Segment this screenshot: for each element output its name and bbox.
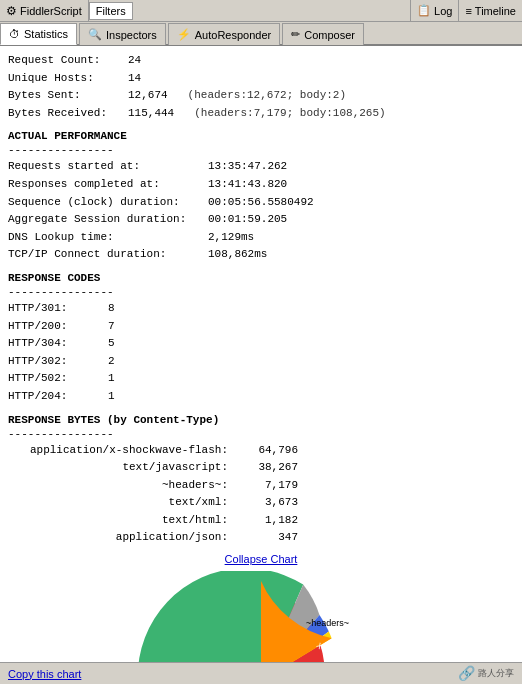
- bytes-received-row: Bytes Received: 115,444 (headers:7,179; …: [8, 105, 514, 123]
- fiddlerscript-icon: ⚙: [6, 4, 17, 18]
- request-count-row: Request Count: 24: [8, 52, 514, 70]
- filters-label: Filters: [96, 5, 126, 17]
- chart-label-headers: ~headers~: [306, 618, 349, 628]
- unique-hosts-label: Unique Hosts:: [8, 70, 128, 88]
- collapse-chart-link[interactable]: Collapse Chart: [8, 553, 514, 565]
- http-value-5: 1: [108, 388, 115, 406]
- http-row-4: HTTP/502: 1: [8, 370, 514, 388]
- perf-value-2: 00:05:56.5580492: [208, 194, 314, 212]
- tab-inspectors[interactable]: 🔍 Inspectors: [79, 23, 166, 45]
- bytes-label-5: application/json:: [8, 529, 228, 547]
- http-label-4: HTTP/502:: [8, 370, 108, 388]
- perf-row-5: TCP/IP Connect duration: 108,862ms: [8, 246, 514, 264]
- http-label-2: HTTP/304:: [8, 335, 108, 353]
- response-codes-section: RESPONSE CODES ---------------- HTTP/301…: [8, 272, 514, 406]
- http-value-1: 7: [108, 318, 115, 336]
- request-count-label: Request Count:: [8, 52, 128, 70]
- bytes-value-4: 1,182: [228, 512, 298, 530]
- http-label-3: HTTP/302:: [8, 353, 108, 371]
- bytes-received-value: 115,444: [128, 105, 174, 123]
- autoresponder-label: AutoResponder: [195, 29, 271, 41]
- perf-value-1: 13:41:43.820: [208, 176, 287, 194]
- bytes-label-4: text/html:: [8, 512, 228, 530]
- watermark-text: 路人分享: [478, 667, 514, 680]
- bytes-value-1: 38,267: [228, 459, 298, 477]
- tab-composer[interactable]: ✏ Composer: [282, 23, 364, 45]
- bytes-label-0: application/x-shockwave-flash:: [8, 442, 228, 460]
- bytes-sent-label: Bytes Sent:: [8, 87, 128, 105]
- perf-row-2: Sequence (clock) duration: 00:05:56.5580…: [8, 194, 514, 212]
- log-tab[interactable]: 📋 Log: [410, 0, 459, 21]
- http-row-3: HTTP/302: 2: [8, 353, 514, 371]
- statistics-icon: ⏱: [9, 28, 20, 40]
- timeline-icon: ≡: [465, 5, 471, 17]
- bytes-label-1: text/javascript:: [8, 459, 228, 477]
- composer-label: Composer: [304, 29, 355, 41]
- bytes-sent-extra: (headers:12,672; body:2): [188, 87, 346, 105]
- autoresponder-icon: ⚡: [177, 28, 191, 41]
- http-row-1: HTTP/200: 7: [8, 318, 514, 336]
- perf-value-4: 2,129ms: [208, 229, 254, 247]
- inspectors-icon: 🔍: [88, 28, 102, 41]
- http-label-1: HTTP/200:: [8, 318, 108, 336]
- perf-value-0: 13:35:47.262: [208, 158, 287, 176]
- tab-autoresponder[interactable]: ⚡ AutoResponder: [168, 23, 280, 45]
- bytes-row-5: application/json: 347: [8, 529, 514, 547]
- bottom-bar: Copy this chart 🔗 路人分享: [0, 662, 522, 684]
- watermark-icon: 🔗: [458, 665, 475, 682]
- http-value-2: 5: [108, 335, 115, 353]
- http-label-5: HTTP/204:: [8, 388, 108, 406]
- perf-value-5: 108,862ms: [208, 246, 267, 264]
- filters-tab[interactable]: Filters: [89, 2, 133, 20]
- fiddlerscript-label: FiddlerScript: [20, 5, 82, 17]
- bytes-row-2: ~headers~: 7,179: [8, 477, 514, 495]
- response-codes-divider: ----------------: [8, 286, 514, 298]
- http-label-0: HTTP/301:: [8, 300, 108, 318]
- request-count-value: 24: [128, 52, 141, 70]
- actual-performance-header: ACTUAL PERFORMANCE: [8, 130, 514, 142]
- perf-label-2: Sequence (clock) duration:: [8, 194, 208, 212]
- actual-performance-section: ACTUAL PERFORMANCE ---------------- Requ…: [8, 130, 514, 264]
- bytes-value-0: 64,796: [228, 442, 298, 460]
- http-value-4: 1: [108, 370, 115, 388]
- bytes-label-3: text/xml:: [8, 494, 228, 512]
- bytes-row-3: text/xml: 3,673: [8, 494, 514, 512]
- response-bytes-section: RESPONSE BYTES (by Content-Type) -------…: [8, 414, 514, 548]
- bytes-value-5: 347: [228, 529, 298, 547]
- statistics-label: Statistics: [24, 28, 68, 40]
- collapse-chart-container: Collapse Chart: [8, 553, 514, 565]
- perf-row-1: Responses completed at: 13:41:43.820: [8, 176, 514, 194]
- inspectors-label: Inspectors: [106, 29, 157, 41]
- unique-hosts-row: Unique Hosts: 14: [8, 70, 514, 88]
- perf-row-4: DNS Lookup time: 2,129ms: [8, 229, 514, 247]
- log-icon: 📋: [417, 4, 431, 17]
- tab-bar: ⏱ Statistics 🔍 Inspectors ⚡ AutoResponde…: [0, 22, 522, 46]
- timeline-tab[interactable]: ≡ Timeline: [459, 0, 522, 21]
- bytes-row-0: application/x-shockwave-flash: 64,796: [8, 442, 514, 460]
- composer-icon: ✏: [291, 28, 300, 41]
- copy-chart-link[interactable]: Copy this chart: [8, 668, 81, 680]
- fiddlerscript-menu[interactable]: ⚙ FiddlerScript: [0, 0, 89, 21]
- http-value-3: 2: [108, 353, 115, 371]
- http-row-5: HTTP/204: 1: [8, 388, 514, 406]
- perf-label-0: Requests started at:: [8, 158, 208, 176]
- perf-label-4: DNS Lookup time:: [8, 229, 208, 247]
- bytes-value-2: 7,179: [228, 477, 298, 495]
- perf-label-1: Responses completed at:: [8, 176, 208, 194]
- bytes-row-4: text/html: 1,182: [8, 512, 514, 530]
- response-bytes-header: RESPONSE BYTES (by Content-Type): [8, 414, 514, 426]
- http-row-2: HTTP/304: 5: [8, 335, 514, 353]
- response-codes-header: RESPONSE CODES: [8, 272, 514, 284]
- http-value-0: 8: [108, 300, 115, 318]
- perf-label-5: TCP/IP Connect duration:: [8, 246, 208, 264]
- timeline-label: Timeline: [475, 5, 516, 17]
- response-bytes-divider: ----------------: [8, 428, 514, 440]
- http-row-0: HTTP/301: 8: [8, 300, 514, 318]
- bytes-sent-value: 12,674: [128, 87, 168, 105]
- watermark-area: 🔗 路人分享: [458, 665, 514, 682]
- bytes-sent-row: Bytes Sent: 12,674 (headers:12,672; body…: [8, 87, 514, 105]
- bytes-received-label: Bytes Received:: [8, 105, 128, 123]
- log-label: Log: [434, 5, 452, 17]
- tab-statistics[interactable]: ⏱ Statistics: [0, 23, 77, 45]
- unique-hosts-value: 14: [128, 70, 141, 88]
